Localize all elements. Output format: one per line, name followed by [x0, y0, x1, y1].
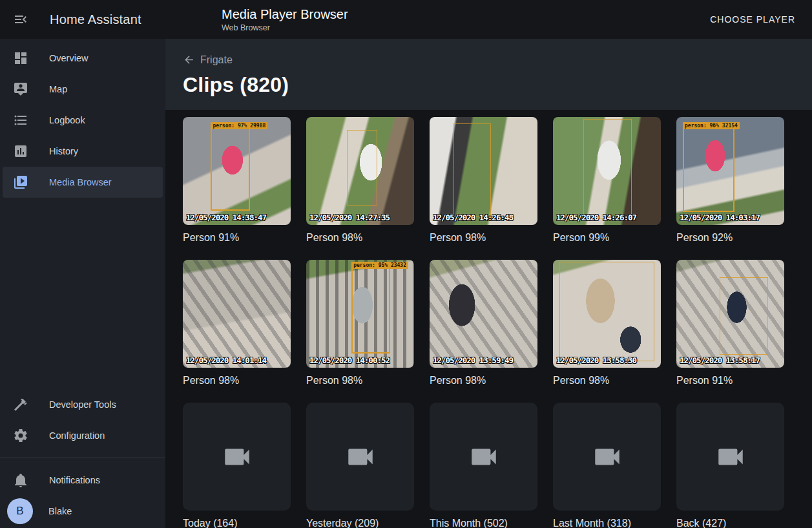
sidebar-item-history[interactable]: History — [0, 136, 165, 167]
clip-thumbnail[interactable]: 12/05/2020 14:27:35 — [306, 117, 414, 225]
clip-thumbnail[interactable]: 12/05/2020 13:59:49 — [430, 260, 537, 368]
clip-label: Person 98% — [306, 231, 414, 245]
sidebar-item-map[interactable]: Map — [0, 74, 165, 105]
top-app-bar: Home Assistant Media Player Browser Web … — [0, 0, 812, 39]
topbar-left-section: Home Assistant — [0, 12, 165, 27]
media-clip[interactable]: 12/05/2020 13:58:30 Person 98% — [553, 260, 661, 388]
clip-label: Person 99% — [553, 231, 661, 245]
folder-label: Last Month (318) — [553, 516, 661, 528]
format-list-bulleted-icon — [13, 112, 28, 128]
detection-bounding-box — [453, 123, 491, 216]
media-folder-this-month[interactable]: This Month (502) — [430, 403, 537, 528]
detection-bounding-box — [559, 262, 654, 361]
sidebar-item-media-browser[interactable]: Media Browser — [3, 167, 163, 198]
sidebar-item-user-profile[interactable]: B Blake — [0, 496, 165, 527]
clip-timestamp-overlay: 12/05/2020 14:26:07 — [556, 213, 636, 222]
media-clip[interactable]: 12/05/2020 14:27:35 Person 98% — [306, 117, 414, 245]
sidebar-item-label: Developer Tools — [49, 399, 116, 410]
detection-bounding-box — [583, 119, 632, 218]
clip-timestamp-overlay: 12/05/2020 14:26:48 — [433, 213, 513, 222]
content-header: Frigate Clips (820) — [165, 39, 812, 110]
detection-bounding-box: person: 96% 32154 — [683, 128, 734, 212]
page-title-block: Media Player Browser Web Browser — [222, 6, 348, 32]
media-folder-back[interactable]: Back (427) — [676, 403, 784, 528]
clip-thumbnail[interactable]: 12/05/2020 14:01:14 — [183, 260, 291, 368]
folder-thumbnail[interactable] — [676, 403, 784, 511]
media-clip[interactable]: person: 96% 32154 12/05/2020 14:03:17 Pe… — [676, 117, 784, 245]
choose-player-button[interactable]: CHOOSE PLAYER — [703, 9, 802, 30]
sidebar-item-overview[interactable]: Overview — [0, 43, 165, 74]
arrow-left-icon — [183, 54, 195, 66]
folder-thumbnail[interactable] — [553, 403, 661, 511]
clip-timestamp-overlay: 12/05/2020 14:00:52 — [309, 355, 390, 365]
video-camera-icon — [714, 441, 747, 473]
sidebar-item-configuration[interactable]: Configuration — [0, 420, 165, 451]
user-name-label: Blake — [48, 506, 72, 516]
clip-label: Person 98% — [553, 374, 661, 388]
clip-label: Person 98% — [430, 231, 537, 245]
menu-open-icon[interactable] — [13, 12, 28, 27]
clip-thumbnail[interactable]: person: 96% 32154 12/05/2020 14:03:17 — [676, 117, 784, 225]
sidebar-bottom-section: Developer Tools Configuration Notificati… — [0, 389, 165, 527]
media-clip[interactable]: 12/05/2020 14:26:07 Person 99% — [553, 117, 661, 245]
clip-thumbnail[interactable]: 12/05/2020 14:26:48 — [430, 117, 537, 225]
media-folder-today[interactable]: Today (164) — [183, 403, 291, 528]
sidebar-item-label: Map — [49, 84, 67, 94]
clip-timestamp-overlay: 12/05/2020 14:03:17 — [680, 213, 760, 222]
media-clip[interactable]: person: 95% 23432 12/05/2020 14:00:52 Pe… — [306, 260, 414, 388]
detection-bounding-box: person: 95% 23432 — [351, 268, 390, 354]
folder-thumbnail[interactable] — [183, 403, 291, 511]
breadcrumb-back[interactable]: Frigate — [183, 54, 233, 66]
folder-label: Back (427) — [676, 516, 784, 528]
sidebar-item-notifications[interactable]: Notifications — [0, 465, 165, 496]
gear-icon — [13, 428, 28, 443]
folder-label: This Month (502) — [430, 516, 537, 528]
page-section-title: Clips (820) — [183, 73, 812, 97]
media-clip[interactable]: 12/05/2020 14:26:48 Person 98% — [430, 117, 537, 245]
media-clip[interactable]: 12/05/2020 13:59:49 Person 98% — [430, 260, 537, 388]
clip-timestamp-overlay: 12/05/2020 13:59:49 — [433, 355, 513, 365]
video-camera-icon — [468, 441, 500, 473]
folder-thumbnail[interactable] — [430, 403, 537, 511]
sidebar-item-label: Logbook — [49, 115, 85, 125]
sidebar-item-logbook[interactable]: Logbook — [0, 105, 165, 136]
detection-bounding-box — [347, 130, 377, 206]
sidebar-item-label: Notifications — [49, 475, 100, 485]
app-title: Home Assistant — [50, 12, 141, 27]
clip-timestamp-overlay: 12/05/2020 13:58:30 — [556, 355, 636, 365]
sidebar-item-label: History — [49, 146, 78, 156]
folder-label: Today (164) — [183, 516, 291, 528]
clip-thumbnail[interactable]: person: 97% 29988 12/05/2020 14:38:47 — [183, 117, 291, 225]
sidebar-divider — [0, 458, 165, 458]
page-subtitle: Web Browser — [222, 23, 348, 32]
chart-box-icon — [13, 143, 28, 159]
sidebar-item-label: Overview — [49, 53, 88, 63]
hammer-icon — [13, 397, 28, 412]
home-assistant-app: Home Assistant Media Player Browser Web … — [0, 0, 812, 528]
media-clip[interactable]: person: 97% 29988 12/05/2020 14:38:47 Pe… — [183, 117, 291, 245]
media-browser-content: Frigate Clips (820) person: 97% 29988 12… — [165, 39, 812, 528]
sidebar-nav: Overview Map Logbook History — [0, 39, 165, 198]
folder-thumbnail[interactable] — [306, 403, 414, 511]
media-folder-yesterday[interactable]: Yesterday (209) — [306, 403, 414, 528]
detection-label: person: 95% 23432 — [351, 262, 408, 269]
clip-thumbnail[interactable]: 12/05/2020 14:26:07 — [553, 117, 661, 225]
clip-thumbnail[interactable]: 12/05/2020 13:58:30 — [553, 260, 661, 368]
detection-label: person: 97% 29988 — [211, 122, 267, 129]
media-clip[interactable]: 12/05/2020 14:01:14 Person 98% — [183, 260, 291, 388]
media-folder-last-month[interactable]: Last Month (318) — [553, 403, 661, 528]
clip-timestamp-overlay: 12/05/2020 14:27:35 — [309, 213, 390, 222]
clip-label: Person 98% — [430, 374, 537, 388]
clip-label: Person 91% — [676, 374, 784, 388]
clip-thumbnail[interactable]: 12/05/2020 13:58:17 — [676, 260, 784, 368]
media-clip[interactable]: 12/05/2020 13:58:17 Person 91% — [676, 260, 784, 388]
sidebar: Overview Map Logbook History — [0, 39, 165, 528]
media-grid: person: 97% 29988 12/05/2020 14:38:47 Pe… — [165, 110, 812, 528]
sidebar-item-developer-tools[interactable]: Developer Tools — [0, 389, 165, 420]
clip-timestamp-overlay: 12/05/2020 14:01:14 — [186, 355, 266, 365]
bell-icon — [13, 472, 28, 488]
video-camera-icon — [344, 441, 377, 473]
clip-thumbnail[interactable]: person: 95% 23432 12/05/2020 14:00:52 — [306, 260, 414, 368]
clip-label: Person 91% — [183, 231, 291, 245]
view-dashboard-icon — [13, 50, 28, 66]
